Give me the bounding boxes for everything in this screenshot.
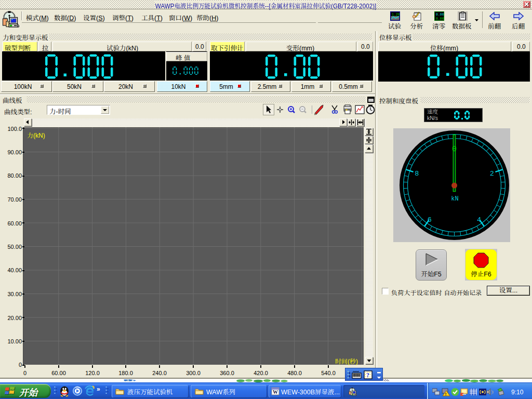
svg-text:0.00: 0.00: [436, 13, 444, 17]
svg-text:1.20: 1.20: [392, 13, 400, 17]
svg-text:2: 2: [490, 170, 494, 178]
svg-text:0.00: 0.00: [436, 17, 444, 21]
svg-text:6: 6: [428, 216, 432, 224]
svg-text:»: »: [97, 385, 100, 393]
svg-text:?: ?: [366, 371, 369, 379]
svg-text:kN: kN: [451, 195, 458, 203]
svg-text:0: 0: [452, 145, 457, 154]
svg-text:8: 8: [415, 170, 419, 178]
svg-text:4: 4: [477, 216, 481, 224]
svg-text:W: W: [273, 389, 278, 395]
svg-text:!: !: [445, 392, 447, 396]
